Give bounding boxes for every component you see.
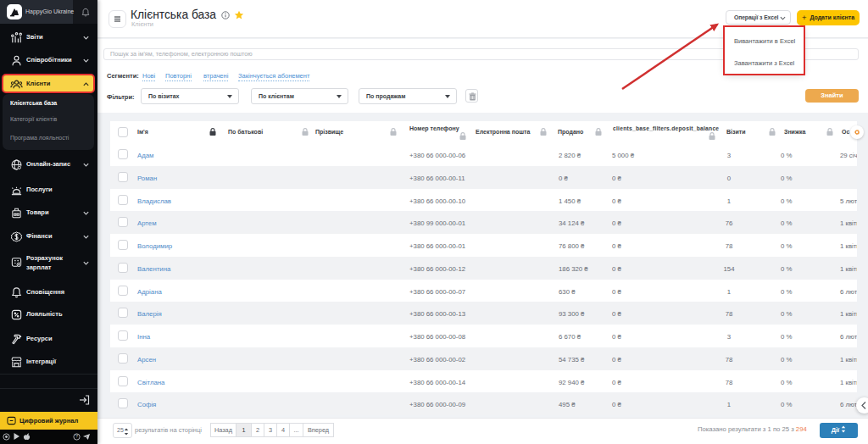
svg-text:?: ? [75, 434, 78, 439]
